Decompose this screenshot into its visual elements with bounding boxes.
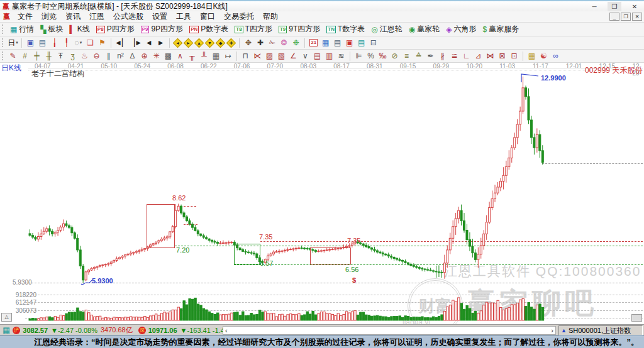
menu-item-7[interactable]: 窗口 [196, 11, 219, 22]
draw-icon-0-17[interactable]: ▦ [211, 51, 221, 62]
index-selector[interactable]: ▲ SH000001,上证指数 [558, 325, 643, 335]
toolbar-button-P四方形[interactable]: P8P四方形 [93, 23, 138, 36]
nav-diamond-icon-1[interactable]: ► [184, 38, 194, 48]
nav-icon-2-2[interactable]: ◄ [143, 38, 154, 48]
nav-icon-5-3[interactable]: ▣ [344, 38, 355, 48]
draw-icon-1-5[interactable]: ∨ [300, 51, 311, 62]
draw-icon-1-8[interactable]: ≋ [336, 51, 347, 62]
draw-icon-1-1[interactable]: ⋉ [252, 51, 263, 62]
draw-icon-0-4[interactable]: Ŧ [55, 51, 66, 62]
draw-icon-3-0[interactable]: ▦ [526, 51, 537, 62]
draw-icon-2-5[interactable]: ≙ [413, 51, 424, 62]
draw-icon-0-14[interactable]: ∧ [175, 51, 186, 62]
menu-item-8[interactable]: 交易委托 [219, 11, 258, 22]
toolbar-button-T四方形[interactable]: T8T四方形 [231, 23, 275, 36]
draw-icon-2-12[interactable]: ⊠ [497, 51, 508, 62]
menu-item-4[interactable]: 公式选股 [109, 11, 148, 22]
nav-icon-5-0[interactable]: 21 [308, 38, 319, 48]
mdi-minimize-button[interactable]: _ [609, 13, 619, 21]
menu-item-5[interactable]: 设置 [148, 11, 172, 22]
nav-icon-4-3[interactable]: ❂ [279, 38, 289, 48]
toolbar-button-赢家服务[interactable]: $赢家服务 [480, 23, 523, 36]
draw-icon-2-13[interactable]: ⊡ [509, 51, 519, 62]
draw-icon-0-6[interactable]: ♨ [79, 51, 90, 62]
nav-icon-5-1[interactable]: ▦ [320, 38, 331, 48]
draw-icon-1-0[interactable]: ⊓ [240, 51, 251, 62]
menu-item-0[interactable]: 文件 [13, 11, 37, 22]
draw-icon-2-3[interactable]: ⊘ [389, 51, 400, 62]
draw-icon-3-1[interactable]: ☯ [538, 51, 549, 62]
draw-icon-0-2[interactable]: ╪ [31, 51, 42, 62]
chart-corner-button[interactable] [631, 314, 642, 322]
nav-icon-4-1[interactable]: ✚ [255, 38, 265, 48]
toolbar-button-行情[interactable]: ▦行情 [7, 23, 37, 36]
draw-icon-2-1[interactable]: % [365, 51, 376, 62]
draw-icon-0-7[interactable]: ⊖ [91, 51, 102, 62]
nav-icon-1-6[interactable]: ⚑ [97, 38, 108, 48]
draw-icon-2-9[interactable]: ∟ [461, 51, 472, 62]
draw-icon-2-11[interactable]: ⋈ [485, 51, 496, 62]
draw-icon-3-2[interactable]: ∞ [550, 51, 561, 62]
draw-icon-0-15[interactable]: ╥ [187, 51, 197, 62]
draw-icon-0-8[interactable]: ∥ [103, 51, 114, 62]
nav-icon-1-1[interactable]: ▤ [37, 38, 48, 48]
pane-toggle-button[interactable]: △ [1, 313, 12, 322]
horizontal-scrollbar[interactable]: ‹ › [223, 326, 556, 335]
nav-icon-5-5[interactable]: ⊟ [368, 38, 379, 48]
draw-icon-1-4[interactable]: ∠ [288, 51, 299, 62]
toolbar-button-六角形[interactable]: ◈六角形 [443, 23, 479, 36]
toolbar-button-P数字表[interactable]: PNP数字表 [186, 23, 231, 36]
nav-icon-1-2[interactable]: ╽ [49, 38, 60, 48]
toolbar-button-江恩轮[interactable]: ◎江恩轮 [368, 23, 405, 36]
scroll-right-icon[interactable]: › [549, 327, 555, 334]
nav-diamond-icon-2[interactable]: ▲ [194, 38, 204, 48]
draw-icon-2-0[interactable]: ⊫ [353, 51, 364, 62]
menu-item-3[interactable]: 江恩 [85, 11, 109, 22]
kline-chart-pane[interactable]: 日K线 04-0704-2105-1005-2406-0806-2207-060… [0, 63, 644, 324]
mdi-restore-button[interactable]: ❐ [621, 13, 631, 21]
draw-icon-0-10[interactable]: ∆ [127, 51, 138, 62]
nav-icon-5-4[interactable]: ▤ [356, 38, 367, 48]
market-grid-icon[interactable]: ▦ [3, 325, 10, 335]
mdi-close-button[interactable]: ✕ [632, 13, 642, 21]
draw-icon-0-11[interactable]: ⊕ [139, 51, 150, 62]
draw-icon-2-4[interactable]: ≡ [401, 51, 412, 62]
close-button[interactable]: ✕ [628, 2, 641, 11]
draw-icon-0-9[interactable]: n² [115, 51, 126, 62]
nav-icon-2-0[interactable]: ◄▏ [114, 38, 128, 48]
draw-icon-2-7[interactable]: ∦ [437, 51, 448, 62]
toolbar-button-K线[interactable]: ▍K线 [67, 23, 93, 36]
nav-icon-1-0[interactable]: ▣ [25, 38, 36, 48]
draw-icon-1-3[interactable]: ▧ [276, 51, 287, 62]
nav-diamond-icon-4[interactable]: ◆ [216, 38, 226, 48]
nav-diamond-icon-0[interactable]: ◄ [173, 38, 183, 48]
draw-icon-0-0[interactable]: ✎ [8, 51, 18, 62]
draw-icon-0-5[interactable]: ʒ [67, 51, 78, 62]
menu-item-6[interactable]: 工具 [172, 11, 196, 22]
draw-icon-1-6[interactable]: ▤ [312, 51, 323, 62]
toolbar-button-T数字表[interactable]: TNT数字表 [323, 23, 368, 36]
restore-button[interactable]: ❐ [608, 2, 621, 11]
nav-icon-0-0[interactable]: 日▾ [8, 38, 18, 48]
draw-icon-0-13[interactable]: ▩ [163, 51, 174, 62]
nav-icon-4-2[interactable]: ✁ [267, 38, 277, 48]
nav-icon-1-5[interactable]: ❏ [85, 38, 96, 48]
nav-icon-2-3[interactable]: ► [155, 38, 166, 48]
nav-icon-4-4[interactable]: ❉ [291, 38, 301, 48]
minimize-button[interactable]: ─ [587, 2, 601, 11]
scroll-left-icon[interactable]: ‹ [223, 327, 230, 334]
toolbar-button-板块[interactable]: ▚板块 [37, 23, 66, 36]
draw-icon-0-3[interactable]: ╫ [43, 51, 54, 62]
menu-item-2[interactable]: 资讯 [61, 11, 85, 22]
menu-item-9[interactable]: 帮助 [258, 11, 282, 22]
toolbar-button-9T四方形[interactable]: T99T四方形 [275, 23, 323, 36]
nav-diamond-icon-5[interactable]: ✚ [226, 38, 236, 48]
draw-icon-0-16[interactable]: ╨ [199, 51, 209, 62]
nav-icon-1-3[interactable]: ╿ [61, 38, 72, 48]
draw-icon-1-7[interactable]: ▥ [324, 51, 335, 62]
toolbar-button-9P四方形[interactable]: P99P四方形 [138, 23, 186, 36]
draw-icon-0-18[interactable]: ↦ [223, 51, 233, 62]
nav-icon-2-1[interactable]: ▕► [129, 38, 142, 48]
nav-icon-5-2[interactable]: ▤ [332, 38, 343, 48]
draw-icon-0-1[interactable]: # [19, 51, 30, 62]
